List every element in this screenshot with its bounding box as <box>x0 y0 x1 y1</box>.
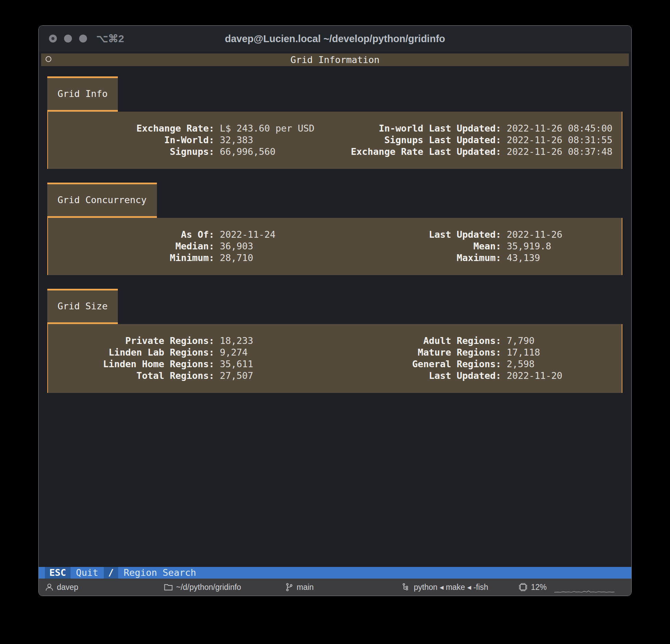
field-label: Adult Regions: <box>335 335 501 347</box>
field-label: Last Updated: <box>335 229 501 240</box>
panel: Exchange Rate:L$ 243.60 per USDIn-World:… <box>47 112 622 169</box>
field-label: Mature Regions: <box>335 347 501 358</box>
data-row: General Regions:2,598 <box>335 358 622 370</box>
statusbar-branch-label: main <box>297 583 314 592</box>
field-label: Maximum: <box>335 252 501 264</box>
field-value: 28,710 <box>214 252 335 264</box>
field-value: 66,996,560 <box>214 146 335 158</box>
field-value: 27,507 <box>214 370 335 382</box>
field-value: 43,139 <box>501 252 622 264</box>
field-label: Minimum: <box>48 252 214 264</box>
field-value: 7,790 <box>501 335 622 347</box>
titlebar: ⌥⌘2 davep@Lucien.local ~/develop/python/… <box>39 26 631 52</box>
panel-left-column: Exchange Rate:L$ 243.60 per USDIn-World:… <box>48 123 335 158</box>
tab[interactable]: Grid Size <box>47 289 118 324</box>
field-label: Linden Home Regions: <box>48 358 214 370</box>
field-value: 2022-11-26 <box>501 229 622 240</box>
field-label: Private Regions: <box>48 335 214 347</box>
field-value: 2022-11-20 <box>501 370 622 382</box>
panel: As Of:2022-11-24Median:36,903Minimum:28,… <box>47 218 622 275</box>
data-row: Mean:35,919.8 <box>335 240 622 252</box>
tab-panes: Grid Info Exchange Rate:L$ 243.60 per US… <box>39 66 631 393</box>
user-icon <box>45 583 54 592</box>
field-value: 36,903 <box>214 240 335 252</box>
folder-icon <box>164 583 173 592</box>
window-title: davep@Lucien.local ~/develop/python/grid… <box>39 33 631 45</box>
field-value: 2022-11-26 08:31:55 <box>501 134 622 146</box>
field-value: 2022-11-26 08:45:00 <box>501 123 622 134</box>
tab-label: Grid Concurrency <box>58 184 147 216</box>
field-label: As Of: <box>48 229 214 240</box>
data-row: Maximum:43,139 <box>335 252 622 264</box>
field-label: Exchange Rate: <box>48 123 214 134</box>
field-label: In-world Last Updated: <box>335 123 501 134</box>
tab-pane: Grid Info Exchange Rate:L$ 243.60 per US… <box>47 76 622 169</box>
field-label: Signups: <box>48 146 214 158</box>
process-tree-icon <box>402 583 411 592</box>
tab-pane: Grid Concurrency As Of:2022-11-24Median:… <box>47 183 622 275</box>
data-row: In-world Last Updated:2022-11-26 08:45:0… <box>335 123 622 134</box>
field-label: Median: <box>48 240 214 252</box>
data-row: Last Updated:2022-11-26 <box>335 229 622 240</box>
desktop: ⌥⌘2 davep@Lucien.local ~/develop/python/… <box>0 0 670 644</box>
field-value: 2022-11-26 08:37:48 <box>501 146 622 158</box>
tab-label: Grid Size <box>58 290 108 322</box>
data-row: Signups Last Updated:2022-11-26 08:31:55 <box>335 134 622 146</box>
field-value: 17,118 <box>501 347 622 358</box>
statusbar-processes-label: python ◂ make ◂ -fish <box>414 583 488 592</box>
app-header: Grid Information <box>41 53 629 66</box>
field-value: 32,383 <box>214 134 335 146</box>
footer-key[interactable]: / <box>104 567 118 579</box>
data-row: Private Regions:18,233 <box>48 335 335 347</box>
data-row: Linden Home Regions:35,611 <box>48 358 335 370</box>
panel-right-column: Adult Regions:7,790Mature Regions:17,118… <box>335 335 622 382</box>
statusbar-path[interactable]: ~/d/python/gridinfo <box>164 579 241 596</box>
data-row: Mature Regions:17,118 <box>335 347 622 358</box>
statusbar-cpu-label: 12% <box>531 583 547 592</box>
tab-pane: Grid Size Private Regions:18,233Linden L… <box>47 289 622 393</box>
footer-action[interactable]: Region Search <box>118 567 201 579</box>
tab[interactable]: Grid Concurrency <box>47 183 157 218</box>
statusbar-user-label: davep <box>57 583 78 592</box>
data-row: Median:36,903 <box>48 240 335 252</box>
statusbar: davep ~/d/python/gridinfo <box>39 579 631 596</box>
statusbar-branch[interactable]: main <box>285 579 314 596</box>
cpu-sparkline <box>554 587 615 594</box>
field-value: 9,274 <box>214 347 335 358</box>
app-header-title: Grid Information <box>41 53 629 66</box>
footer-keybar: ESCQuit/Region Search <box>39 567 631 579</box>
field-value: L$ 243.60 per USD <box>214 123 335 134</box>
data-row: Signups:66,996,560 <box>48 146 335 158</box>
tab[interactable]: Grid Info <box>47 76 118 112</box>
terminal-content: Grid Information Grid Info Exchange Rate… <box>39 52 631 596</box>
panel: Private Regions:18,233Linden Lab Regions… <box>47 324 622 393</box>
footer-key[interactable]: ESC <box>45 567 71 579</box>
data-row: As Of:2022-11-24 <box>48 229 335 240</box>
panel-right-column: In-world Last Updated:2022-11-26 08:45:0… <box>335 123 622 158</box>
field-value: 35,611 <box>214 358 335 370</box>
footer-action[interactable]: Quit <box>71 567 104 579</box>
statusbar-path-label: ~/d/python/gridinfo <box>176 583 241 592</box>
field-value: 2,598 <box>501 358 622 370</box>
field-label: Linden Lab Regions: <box>48 347 214 358</box>
field-label: General Regions: <box>335 358 501 370</box>
field-label: Exchange Rate Last Updated: <box>335 146 501 158</box>
field-label: In-World: <box>48 134 214 146</box>
panel-left-column: Private Regions:18,233Linden Lab Regions… <box>48 335 335 382</box>
field-label: Total Regions: <box>48 370 214 382</box>
data-row: Last Updated:2022-11-20 <box>335 370 622 382</box>
cpu-chip-icon <box>518 582 528 592</box>
terminal-window: ⌥⌘2 davep@Lucien.local ~/develop/python/… <box>38 25 632 596</box>
data-row: In-World:32,383 <box>48 134 335 146</box>
data-row: Linden Lab Regions:9,274 <box>48 347 335 358</box>
statusbar-cpu[interactable]: 12% <box>518 579 547 596</box>
data-row: Total Regions:27,507 <box>48 370 335 382</box>
field-value: 18,233 <box>214 335 335 347</box>
tab-label: Grid Info <box>58 78 108 110</box>
statusbar-user[interactable]: davep <box>45 579 78 596</box>
field-label: Signups Last Updated: <box>335 134 501 146</box>
statusbar-processes[interactable]: python ◂ make ◂ -fish <box>402 579 488 596</box>
data-row: Exchange Rate:L$ 243.60 per USD <box>48 123 335 134</box>
field-label: Last Updated: <box>335 370 501 382</box>
field-value: 2022-11-24 <box>214 229 335 240</box>
